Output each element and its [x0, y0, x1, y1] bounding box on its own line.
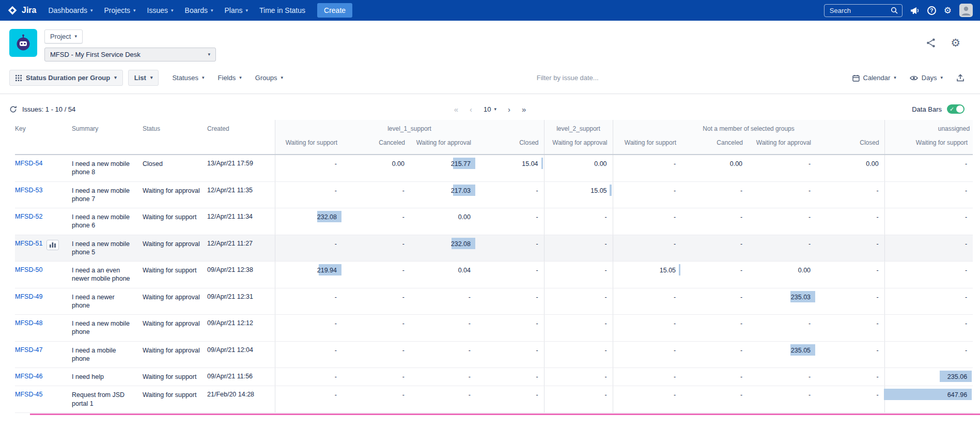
- announcement-icon[interactable]: [910, 7, 920, 14]
- duration-cell: -: [613, 341, 681, 368]
- calendar-dropdown[interactable]: Calendar ▾: [852, 74, 896, 82]
- duration-cell: -: [816, 235, 884, 262]
- duration-cell: 0.00: [816, 155, 884, 181]
- chevron-down-icon: ▾: [202, 75, 205, 80]
- last-page-button[interactable]: »: [522, 105, 526, 114]
- issues-table-container: KeySummaryStatusCreatedlevel_1_supportle…: [0, 120, 980, 415]
- chevron-down-icon: ▾: [246, 8, 248, 13]
- nav-item-dashboards[interactable]: Dashboards▾: [42, 6, 98, 14]
- time-unit-dropdown[interactable]: Days ▾: [910, 74, 943, 82]
- issues-count-label: Issues: 1 - 10 / 54: [22, 105, 75, 113]
- summary-cell: Request from JSD portal 1: [72, 386, 143, 413]
- issue-key-link[interactable]: MFSD-53: [15, 187, 42, 194]
- refresh-icon[interactable]: [9, 105, 17, 113]
- issue-date-filter-input[interactable]: [506, 73, 630, 82]
- status-cell: Waiting for support: [143, 368, 207, 386]
- duration-cell: -: [410, 315, 476, 342]
- duration-cell: -: [816, 315, 884, 342]
- user-avatar[interactable]: [959, 4, 973, 17]
- groups-dropdown[interactable]: Groups▾: [255, 74, 283, 82]
- nav-item-plans[interactable]: Plans▾: [219, 6, 254, 14]
- issue-key-link[interactable]: MFSD-52: [15, 213, 42, 220]
- report-type-button[interactable]: Status Duration per Group ▾: [9, 70, 123, 86]
- duration-cell: 235.06: [884, 368, 973, 386]
- next-page-button[interactable]: ›: [508, 105, 510, 114]
- issue-key-link[interactable]: MFSD-50: [15, 266, 42, 273]
- status-column-header[interactable]: Canceled: [681, 134, 748, 155]
- group-header: level_1_support: [275, 120, 544, 134]
- duration-cell: 217.03: [410, 181, 476, 208]
- duration-cell: -: [884, 341, 973, 368]
- column-header-status[interactable]: Status: [143, 120, 207, 155]
- duration-cell: -: [884, 315, 973, 342]
- duration-cell: -: [544, 368, 613, 386]
- issue-key-link[interactable]: MFSD-45: [15, 391, 42, 398]
- chevron-down-icon: ▾: [150, 75, 153, 80]
- duration-cell: -: [613, 386, 681, 413]
- report-settings-gear-icon[interactable]: ⚙: [951, 37, 960, 48]
- created-cell: 12/Apr/21 11:35: [207, 181, 275, 208]
- nav-item-boards[interactable]: Boards▾: [179, 6, 219, 14]
- duration-cell: 232.08: [410, 235, 476, 262]
- create-button[interactable]: Create: [317, 3, 352, 18]
- duration-cell: -: [343, 235, 410, 262]
- status-cell: Waiting for support: [143, 208, 207, 235]
- prev-page-button[interactable]: ‹: [470, 105, 472, 114]
- project-type-dropdown[interactable]: Project▾: [44, 29, 83, 43]
- status-column-header[interactable]: Waiting for support: [884, 134, 973, 155]
- export-icon[interactable]: [956, 74, 965, 82]
- status-column-header[interactable]: Waiting for approval: [544, 134, 613, 155]
- issue-row: MFSD-48I need a new mobile phoneWaiting …: [15, 315, 973, 342]
- duration-cell: -: [410, 368, 476, 386]
- column-header-key[interactable]: Key: [15, 120, 72, 155]
- duration-cell: -: [613, 155, 681, 181]
- issue-key-link[interactable]: MFSD-49: [15, 293, 42, 300]
- view-mode-button[interactable]: List ▾: [128, 70, 159, 86]
- key-cell: MFSD-51: [15, 235, 72, 262]
- status-column-header[interactable]: Waiting for approval: [410, 134, 476, 155]
- issue-key-link[interactable]: MFSD-51: [15, 240, 42, 247]
- duration-cell: -: [476, 181, 544, 208]
- jira-logo[interactable]: Jira: [7, 5, 36, 16]
- settings-gear-icon[interactable]: ⚙: [944, 6, 952, 15]
- project-header: Project▾ MFSD - My First Service Desk▾ ⚙: [0, 21, 980, 66]
- data-bars-toggle[interactable]: ✓: [947, 104, 965, 114]
- nav-item-issues[interactable]: Issues▾: [142, 6, 179, 14]
- statuses-dropdown[interactable]: Statuses▾: [172, 74, 204, 82]
- duration-cell: -: [476, 368, 544, 386]
- column-header-created[interactable]: Created: [207, 120, 275, 155]
- group-header: unassigned: [884, 120, 973, 134]
- search-box[interactable]: [824, 4, 903, 17]
- fields-dropdown[interactable]: Fields▾: [218, 74, 242, 82]
- status-column-header[interactable]: Canceled: [343, 134, 410, 155]
- status-column-header[interactable]: Waiting for approval: [748, 134, 816, 155]
- status-column-header[interactable]: Closed: [476, 134, 544, 155]
- group-header: Not a member of selected groups: [613, 120, 884, 134]
- bar-chart-icon[interactable]: [46, 240, 59, 250]
- status-cell: Waiting for support: [143, 386, 207, 413]
- duration-cell: -: [748, 208, 816, 235]
- status-column-header[interactable]: Waiting for support: [275, 134, 343, 155]
- project-avatar[interactable]: [9, 29, 37, 57]
- duration-cell: -: [410, 386, 476, 413]
- first-page-button[interactable]: «: [454, 105, 458, 114]
- search-input[interactable]: [829, 6, 886, 15]
- summary-cell: I need a new mobile phone 5: [72, 235, 143, 262]
- duration-cell: -: [343, 181, 410, 208]
- nav-item-time-in-status[interactable]: Time in Status: [254, 6, 311, 14]
- created-cell: 12/Apr/21 11:27: [207, 235, 275, 262]
- status-column-header[interactable]: Waiting for support: [613, 134, 681, 155]
- issue-key-link[interactable]: MFSD-48: [15, 319, 42, 327]
- issue-key-link[interactable]: MFSD-54: [15, 160, 42, 167]
- column-header-summary[interactable]: Summary: [72, 120, 143, 155]
- duration-cell: -: [816, 288, 884, 315]
- page-size-dropdown[interactable]: 10▾: [484, 105, 496, 113]
- help-icon[interactable]: ?: [927, 6, 936, 15]
- status-column-header[interactable]: Closed: [816, 134, 884, 155]
- nav-item-projects[interactable]: Projects▾: [99, 6, 142, 14]
- status-cell: Waiting for approval: [143, 315, 207, 342]
- issue-key-link[interactable]: MFSD-46: [15, 373, 42, 380]
- share-icon[interactable]: [926, 38, 936, 48]
- issue-key-link[interactable]: MFSD-47: [15, 346, 42, 354]
- project-select[interactable]: MFSD - My First Service Desk▾: [44, 48, 216, 62]
